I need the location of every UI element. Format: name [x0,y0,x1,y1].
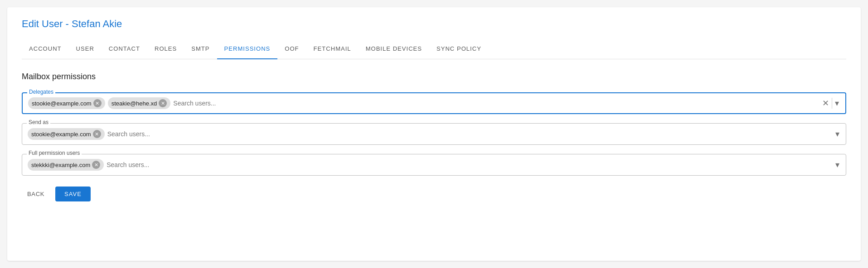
delegates-actions: ✕ ▾ [821,97,840,109]
full-permission-search-input[interactable] [107,161,832,168]
tab-smtp[interactable]: SMTP [184,39,217,59]
tab-fetchmail[interactable]: FETCHMAIL [306,39,359,59]
chip-chip-1: stookie@example.com✕ [28,97,105,109]
chip-chip-sa-1: stookie@example.com✕ [28,128,105,140]
tab-mobile-devices[interactable]: MOBILE DEVICES [359,39,429,59]
chip-remove-button[interactable]: ✕ [93,130,101,138]
section-title: Mailbox permissions [22,72,846,81]
send-as-actions: ▾ [834,128,840,140]
chip-label: stekkki@example.com [31,162,90,168]
chip-label: steakie@hehe.xd [112,100,157,107]
delegates-field: Delegates stookie@example.com✕steakie@he… [22,92,846,114]
chip-remove-button[interactable]: ✕ [93,99,102,107]
delegates-divider [832,98,832,109]
delegates-search-input[interactable] [173,100,819,107]
tab-permissions[interactable]: PERMISSIONS [217,39,278,59]
chip-remove-button[interactable]: ✕ [92,161,100,169]
send-as-label: Send as [27,119,50,125]
page-title: Edit User - Stefan Akie [22,18,846,30]
full-permission-label: Full permission users [27,150,82,156]
tab-user[interactable]: USER [69,39,102,59]
delegates-label: Delegates [27,89,55,95]
chip-label: stookie@example.com [31,131,91,138]
delegates-dropdown-button[interactable]: ▾ [834,97,840,109]
full-permission-actions: ▾ [834,159,840,171]
footer-actions: BACK SAVE [22,187,846,201]
chip-chip-2: steakie@hehe.xd✕ [108,97,171,109]
send-as-field: Send as stookie@example.com✕ ▾ [22,123,846,145]
chip-chip-fp-1: stekkki@example.com✕ [28,159,104,171]
tab-account[interactable]: ACCOUNT [22,39,69,59]
tabs-bar: ACCOUNTUSERCONTACTROLESSMTPPERMISSIONSOO… [22,39,846,59]
full-permission-dropdown-button[interactable]: ▾ [834,159,840,171]
chip-remove-button[interactable]: ✕ [159,99,167,107]
delegates-clear-button[interactable]: ✕ [821,97,830,109]
tab-roles[interactable]: ROLES [147,39,184,59]
tab-sync-policy[interactable]: SYNC POLICY [429,39,489,59]
full-permission-field: Full permission users stekkki@example.co… [22,154,846,176]
send-as-dropdown-button[interactable]: ▾ [834,128,840,140]
tab-oof[interactable]: OOF [277,39,306,59]
chip-label: stookie@example.com [32,100,92,107]
save-button[interactable]: SAVE [55,187,91,201]
back-button[interactable]: BACK [22,187,50,201]
send-as-search-input[interactable] [107,130,832,138]
tab-contact[interactable]: CONTACT [102,39,147,59]
